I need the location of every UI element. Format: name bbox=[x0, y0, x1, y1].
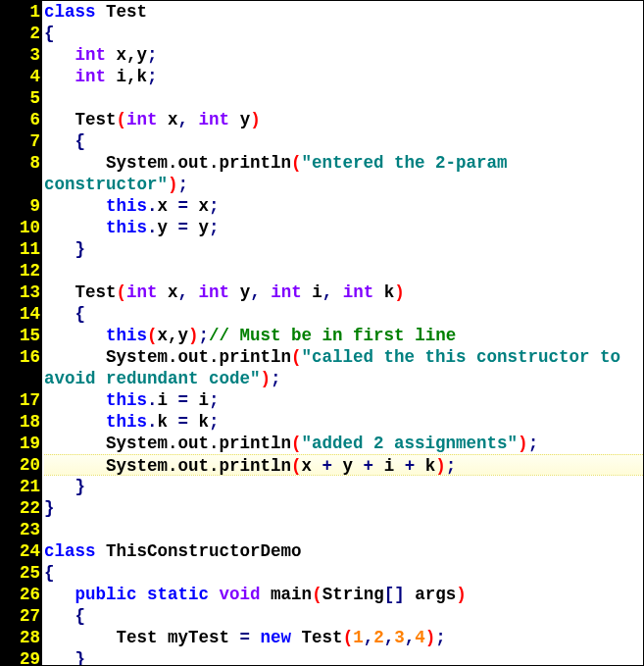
line-number: 20 bbox=[1, 454, 40, 476]
code-line: { bbox=[44, 605, 643, 627]
code-line bbox=[44, 87, 643, 109]
line-number: 13 bbox=[1, 282, 40, 303]
code-line: class Test bbox=[44, 1, 643, 23]
line-number: 29 bbox=[1, 648, 40, 666]
code-line: int x,y; bbox=[44, 44, 643, 66]
line-number: 5 bbox=[1, 87, 40, 109]
line-number: 15 bbox=[1, 325, 40, 346]
line-number: 10 bbox=[1, 217, 40, 238]
line-number: 8 bbox=[1, 152, 40, 195]
code-line: System.out.println("called the this cons… bbox=[44, 346, 643, 389]
code-line: Test myTest = new Test(1,2,3,4); bbox=[44, 627, 643, 648]
line-number: 28 bbox=[1, 627, 40, 648]
code-line: { bbox=[44, 23, 643, 44]
line-number-gutter: 1 2 3 4 5 6 7 8 9 10 11 12 13 14 15 16 1… bbox=[1, 1, 42, 665]
line-number: 6 bbox=[1, 109, 40, 130]
code-line: } bbox=[44, 497, 643, 519]
line-number: 18 bbox=[1, 411, 40, 433]
line-number: 19 bbox=[1, 433, 40, 454]
line-number: 22 bbox=[1, 497, 40, 519]
line-number: 2 bbox=[1, 23, 40, 44]
code-line: { bbox=[44, 303, 643, 325]
line-number: 16 bbox=[1, 346, 40, 389]
code-line: this.i = i; bbox=[44, 389, 643, 411]
line-number: 7 bbox=[1, 130, 40, 152]
code-line: System.out.println("added 2 assignments"… bbox=[44, 433, 643, 454]
code-line: this.x = x; bbox=[44, 195, 643, 217]
code-area[interactable]: class Test { int x,y; int i,k; Test(int … bbox=[42, 1, 643, 665]
code-line: { bbox=[44, 130, 643, 152]
line-number: 12 bbox=[1, 260, 40, 282]
code-line: } bbox=[44, 648, 643, 665]
code-line: } bbox=[44, 238, 643, 260]
line-number: 21 bbox=[1, 476, 40, 497]
line-number: 3 bbox=[1, 44, 40, 66]
code-line-current: System.out.println(x + y + i + k); bbox=[44, 454, 643, 476]
code-line: this(x,y);// Must be in first line bbox=[44, 325, 643, 346]
code-line bbox=[44, 519, 643, 540]
line-number: 11 bbox=[1, 238, 40, 260]
code-line: this.y = y; bbox=[44, 217, 643, 238]
line-number: 24 bbox=[1, 540, 40, 562]
code-line: public static void main(String[] args) bbox=[44, 584, 643, 605]
code-line: Test(int x, int y, int i, int k) bbox=[44, 282, 643, 303]
code-editor: 1 2 3 4 5 6 7 8 9 10 11 12 13 14 15 16 1… bbox=[0, 0, 644, 666]
code-line: System.out.println("entered the 2-param … bbox=[44, 152, 643, 195]
line-number: 23 bbox=[1, 519, 40, 540]
line-number: 26 bbox=[1, 584, 40, 605]
code-line: Test(int x, int y) bbox=[44, 109, 643, 130]
code-line: this.k = k; bbox=[44, 411, 643, 433]
line-number: 25 bbox=[1, 562, 40, 584]
line-number: 14 bbox=[1, 303, 40, 325]
line-number: 27 bbox=[1, 605, 40, 627]
code-line: { bbox=[44, 562, 643, 584]
code-line: } bbox=[44, 476, 643, 497]
code-line: class ThisConstructorDemo bbox=[44, 540, 643, 562]
code-line bbox=[44, 260, 643, 282]
code-line: int i,k; bbox=[44, 66, 643, 87]
line-number: 4 bbox=[1, 66, 40, 87]
line-number: 9 bbox=[1, 195, 40, 217]
line-number: 17 bbox=[1, 389, 40, 411]
line-number: 1 bbox=[1, 1, 40, 23]
